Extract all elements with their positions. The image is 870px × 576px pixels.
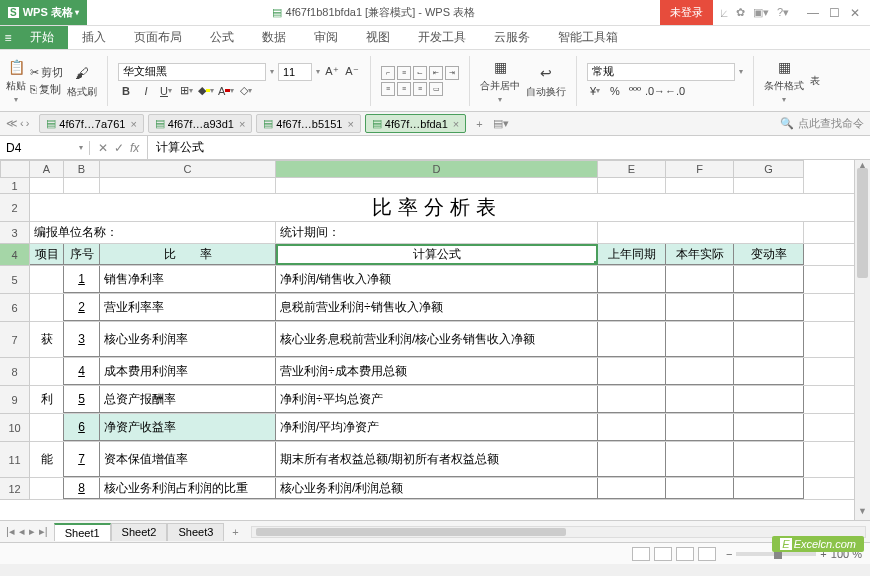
comma-button[interactable]: ººº xyxy=(627,83,643,99)
tab-toolbox[interactable]: 智能工具箱 xyxy=(544,26,632,49)
bold-button[interactable]: B xyxy=(118,83,134,99)
help-icon[interactable]: ?▾ xyxy=(777,6,789,19)
close-icon[interactable]: × xyxy=(239,118,245,130)
formula-cell[interactable]: 息税前营业利润÷销售收入净额 xyxy=(276,294,598,321)
ratio-cell[interactable]: 核心业务利润率 xyxy=(100,322,276,357)
section-cell[interactable]: 能 xyxy=(30,442,64,477)
row-headers[interactable]: 123456789101112 xyxy=(0,178,30,500)
cell[interactable] xyxy=(598,358,666,385)
close-button[interactable]: ✕ xyxy=(850,6,860,20)
cell[interactable] xyxy=(666,386,734,413)
clear-format-button[interactable]: ◇▾ xyxy=(238,83,254,99)
period-label[interactable]: 统计期间： xyxy=(276,222,598,243)
view-reader-button[interactable] xyxy=(698,547,716,561)
formula-cell[interactable]: 营业利润÷成本费用总额 xyxy=(276,358,598,385)
copy-button[interactable]: ⎘复制 xyxy=(30,82,63,97)
column-headers[interactable]: ABCDEFG xyxy=(30,160,854,178)
doc-list-button[interactable]: ▤▾ xyxy=(493,117,509,130)
tab-formula[interactable]: 公式 xyxy=(196,26,248,49)
spreadsheet-grid[interactable]: ABCDEFG 123456789101112 比率分析表编报单位名称：统计期间… xyxy=(0,160,870,520)
decrease-font-button[interactable]: A⁻ xyxy=(344,64,360,80)
cell[interactable] xyxy=(666,266,734,293)
header-cell[interactable]: 项目 xyxy=(30,244,64,265)
cell[interactable] xyxy=(734,414,804,441)
cell[interactable] xyxy=(598,478,666,499)
cell[interactable] xyxy=(598,222,804,243)
sheet-last-button[interactable]: ▸| xyxy=(39,525,48,538)
doc-tab[interactable]: ▤4f67f…bfda1× xyxy=(365,114,466,133)
formula-cell[interactable]: 净利润÷平均总资产 xyxy=(276,386,598,413)
cell[interactable] xyxy=(666,478,734,499)
cell[interactable] xyxy=(734,442,804,477)
add-sheet-button[interactable]: + xyxy=(224,526,246,538)
border-button[interactable]: ⊞▾ xyxy=(178,83,194,99)
row-header[interactable]: 2 xyxy=(0,194,30,222)
ratio-cell[interactable]: 净资产收益率 xyxy=(100,414,276,441)
section-cell[interactable] xyxy=(30,294,64,321)
seq-cell[interactable]: 5 xyxy=(64,386,100,413)
doc-nav-prev[interactable]: ‹ xyxy=(20,117,24,130)
new-doc-button[interactable]: + xyxy=(470,118,488,130)
cell[interactable] xyxy=(598,322,666,357)
column-header[interactable]: F xyxy=(666,160,734,178)
cell[interactable] xyxy=(666,442,734,477)
row-header[interactable]: 11 xyxy=(0,442,30,478)
select-all-corner[interactable] xyxy=(0,160,30,178)
seq-cell[interactable]: 6 xyxy=(64,414,100,441)
tab-view[interactable]: 视图 xyxy=(352,26,404,49)
fx-icon[interactable]: fx xyxy=(130,141,139,155)
sheet-first-button[interactable]: |◂ xyxy=(6,525,15,538)
sheet-tab[interactable]: Sheet3 xyxy=(167,523,224,541)
doc-tab[interactable]: ▤4f67f…b5151× xyxy=(256,114,361,133)
command-search[interactable]: 🔍点此查找命令 xyxy=(780,116,864,131)
row-header[interactable]: 10 xyxy=(0,414,30,442)
indent-left-button[interactable]: ⇤ xyxy=(429,66,443,80)
cell[interactable] xyxy=(64,178,100,193)
font-color-button[interactable]: A▾ xyxy=(218,83,234,99)
row-header[interactable]: 7 xyxy=(0,322,30,358)
paste-button[interactable]: 📋 粘贴▾ xyxy=(6,57,26,104)
seq-cell[interactable]: 4 xyxy=(64,358,100,385)
cell[interactable] xyxy=(30,194,276,221)
close-icon[interactable]: × xyxy=(453,118,459,130)
cell[interactable] xyxy=(666,414,734,441)
ratio-cell[interactable]: 营业利率率 xyxy=(100,294,276,321)
table-style-button[interactable]: 表 xyxy=(810,74,820,88)
tab-home[interactable]: 开始 xyxy=(16,26,68,49)
row-header[interactable]: 1 xyxy=(0,178,30,194)
merge-center-button[interactable]: ▦ 合并居中▾ xyxy=(480,57,520,104)
seq-cell[interactable]: 3 xyxy=(64,322,100,357)
cell[interactable] xyxy=(598,294,666,321)
doc-nav-first[interactable]: ≪ xyxy=(6,117,18,130)
tab-layout[interactable]: 页面布局 xyxy=(120,26,196,49)
percent-button[interactable]: % xyxy=(607,83,623,99)
skin-icon[interactable]: ▣▾ xyxy=(753,6,769,19)
cut-button[interactable]: ✂剪切 xyxy=(30,65,63,80)
cell[interactable] xyxy=(598,442,666,477)
cell[interactable] xyxy=(666,358,734,385)
tab-cloud[interactable]: 云服务 xyxy=(480,26,544,49)
row-header[interactable]: 3 xyxy=(0,222,30,244)
login-button[interactable]: 未登录 xyxy=(660,0,713,25)
cell[interactable] xyxy=(734,358,804,385)
ratio-cell[interactable]: 销售净利率 xyxy=(100,266,276,293)
vertical-scrollbar[interactable]: ▲ ▼ xyxy=(854,160,870,520)
row-header[interactable]: 8 xyxy=(0,358,30,386)
currency-button[interactable]: ¥▾ xyxy=(587,83,603,99)
doc-nav-next[interactable]: › xyxy=(26,117,30,130)
sync-icon[interactable]: ⟀ xyxy=(721,7,728,19)
size-select[interactable] xyxy=(278,63,312,81)
align-bottom-button[interactable]: ⌙ xyxy=(413,66,427,80)
scroll-thumb[interactable] xyxy=(857,168,868,278)
section-cell[interactable]: 获 xyxy=(30,322,64,357)
seq-cell[interactable]: 7 xyxy=(64,442,100,477)
column-header[interactable]: E xyxy=(598,160,666,178)
row-header[interactable]: 4 xyxy=(0,244,30,266)
section-cell[interactable]: 利 xyxy=(30,386,64,413)
cancel-icon[interactable]: ✕ xyxy=(98,141,108,155)
org-label[interactable]: 编报单位名称： xyxy=(30,222,276,243)
tab-insert[interactable]: 插入 xyxy=(68,26,120,49)
cell[interactable] xyxy=(598,386,666,413)
align-right-button[interactable]: ≡ xyxy=(413,82,427,96)
format-painter-button[interactable]: 🖌 格式刷 xyxy=(67,63,97,99)
